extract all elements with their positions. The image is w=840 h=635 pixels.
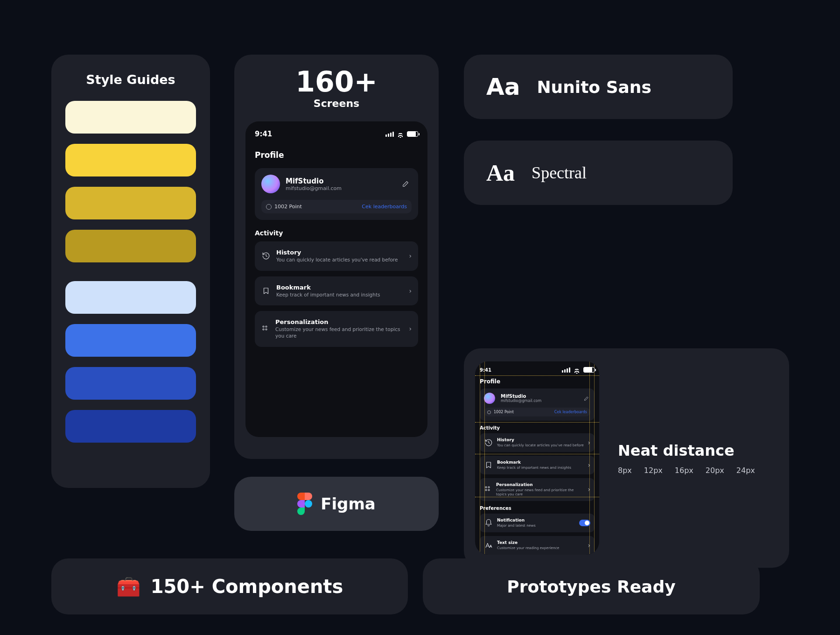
font-sample-serif: Aa xyxy=(486,159,515,186)
status-icons xyxy=(385,130,418,138)
svg-point-6 xyxy=(485,489,487,491)
font-name-serif: Spectral xyxy=(532,163,587,183)
font-name-sans: Nunito Sans xyxy=(537,78,651,97)
spacing-value: 8px xyxy=(618,466,632,475)
wifi-icon xyxy=(397,130,404,138)
list-item[interactable]: Text sizeCustomize your reading experien… xyxy=(480,536,595,555)
spacing-value: 12px xyxy=(644,466,663,475)
status-time: 9:41 xyxy=(255,130,272,138)
chevron-right-icon: › xyxy=(588,486,590,493)
spacing-value: 20px xyxy=(706,466,724,475)
color-swatch xyxy=(65,144,196,176)
svg-point-7 xyxy=(488,489,490,491)
list-item[interactable]: BookmarkKeep track of important news and… xyxy=(480,456,595,474)
avatar xyxy=(261,175,280,193)
leaderboards-link[interactable]: Cek leaderboards xyxy=(362,204,407,210)
chevron-right-icon: › xyxy=(409,287,412,295)
screens-headline: 160+ xyxy=(245,68,427,96)
neat-distance-block: Neat distance 8px12px16px20px24px xyxy=(618,442,772,475)
list-item[interactable]: BookmarkKeep track of important news and… xyxy=(255,276,418,306)
list-item[interactable]: HistoryYou can quickly locate articles y… xyxy=(255,241,418,271)
profile-email: mifstudio@gmail.com xyxy=(286,185,342,191)
coin-icon xyxy=(266,204,272,210)
spacing-value: 24px xyxy=(736,466,755,475)
bookmark-icon xyxy=(484,460,493,470)
grid-icon xyxy=(484,485,492,494)
neat-distance-title: Neat distance xyxy=(618,442,772,459)
color-swatch xyxy=(65,324,196,357)
chevron-right-icon: › xyxy=(588,542,590,549)
font-card-serif: Aa Spectral xyxy=(464,141,733,205)
chevron-right-icon: › xyxy=(588,461,590,469)
list-item[interactable]: HistoryYou can quickly locate articles y… xyxy=(480,433,595,452)
battery-icon xyxy=(407,131,418,137)
bookmark-icon xyxy=(261,286,271,296)
prototypes-label: Prototypes Ready xyxy=(507,577,675,596)
toggle[interactable] xyxy=(579,520,590,526)
spacing-annotation: 20 px xyxy=(475,375,599,376)
bell-icon xyxy=(484,518,493,528)
points-row[interactable]: 1002 Point Cek leaderboards xyxy=(261,200,412,213)
profile-card[interactable]: MifStudio mifstudio@gmail.com 1002 Point… xyxy=(255,168,418,220)
list-item[interactable]: PersonalizationCustomize your news feed … xyxy=(255,311,418,346)
spacing-value: 16px xyxy=(675,466,693,475)
color-swatch xyxy=(65,367,196,400)
svg-point-1 xyxy=(266,326,267,327)
list-item[interactable]: NotificationMajor and latest news xyxy=(480,514,595,532)
font-card-sans: Aa Nunito Sans xyxy=(464,55,733,119)
figma-label: Figma xyxy=(321,494,376,513)
svg-point-2 xyxy=(263,329,264,330)
color-swatch xyxy=(65,281,196,314)
phone-mock-large: 9:41 Profile MifStudio mifstudio@gmail.c… xyxy=(245,121,427,437)
svg-point-5 xyxy=(488,487,490,488)
figma-logo-icon xyxy=(297,493,312,515)
activity-heading: Activity xyxy=(255,229,418,237)
profile-name: MifStudio xyxy=(286,177,342,185)
spacing-annotation: 24 px xyxy=(475,422,599,423)
spacing-card: 20 px 24 px 12 px 16 px 9:41 Profile xyxy=(464,348,789,568)
history-icon xyxy=(261,251,271,261)
svg-point-3 xyxy=(266,329,267,330)
toolbox-icon: 🧰 xyxy=(116,575,140,598)
chevron-right-icon: › xyxy=(409,325,412,332)
svg-point-0 xyxy=(263,326,264,327)
page-title: Profile xyxy=(255,150,418,160)
list-item[interactable]: PersonalizationCustomize your news feed … xyxy=(480,478,595,501)
style-guides-title: Style Guides xyxy=(65,72,196,87)
color-swatch xyxy=(65,187,196,219)
components-card: 🧰 150+ Components xyxy=(51,558,408,614)
spacing-values: 8px12px16px20px24px xyxy=(618,466,772,475)
screens-sub: Screens xyxy=(245,98,427,109)
font-sample-sans: Aa xyxy=(486,73,520,100)
figma-card: Figma xyxy=(234,477,439,531)
grid-icon xyxy=(261,324,270,333)
color-swatch xyxy=(65,230,196,262)
components-label: 150+ Components xyxy=(151,576,343,597)
color-swatch xyxy=(65,410,196,443)
signal-icon xyxy=(385,131,394,137)
edit-icon[interactable] xyxy=(399,178,412,190)
color-swatch xyxy=(65,101,196,134)
svg-point-4 xyxy=(485,487,487,488)
style-guides-card: Style Guides xyxy=(51,55,210,488)
prototypes-card: Prototypes Ready xyxy=(423,558,760,614)
text-icon xyxy=(484,541,493,550)
phone-mock-small: 20 px 24 px 12 px 16 px 9:41 Profile xyxy=(475,361,599,555)
status-bar: 9:41 xyxy=(255,130,418,138)
screens-card: 160+ Screens 9:41 Profile MifStudio mifs… xyxy=(234,55,439,459)
history-icon xyxy=(484,438,493,447)
chevron-right-icon: › xyxy=(588,439,590,446)
chevron-right-icon: › xyxy=(409,252,412,260)
